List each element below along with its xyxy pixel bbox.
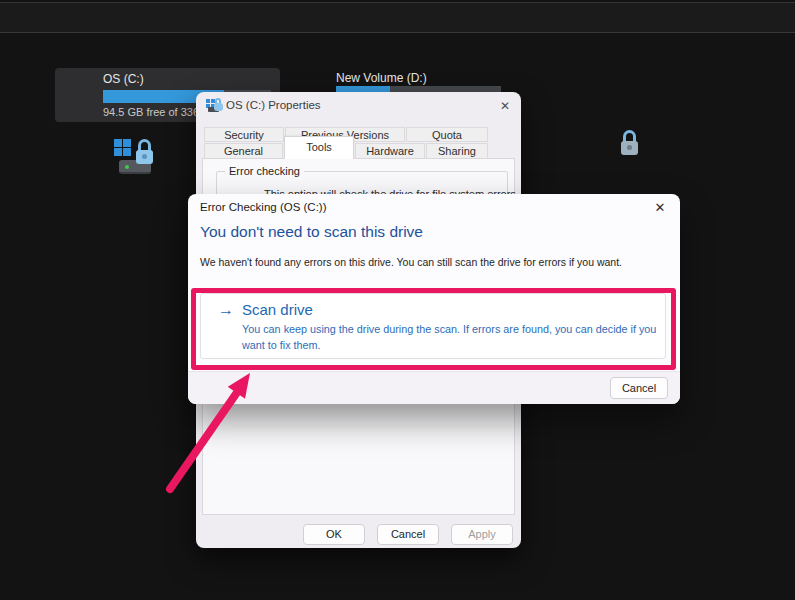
ok-button[interactable]: OK: [303, 524, 365, 545]
tab-tools[interactable]: Tools: [284, 136, 354, 159]
drive-d-label: New Volume (D:): [336, 71, 427, 85]
window-title-bar: [0, 2, 795, 33]
cancel-button[interactable]: Cancel: [377, 524, 439, 545]
error-dialog-cancel-button[interactable]: Cancel: [610, 377, 668, 399]
tab-general[interactable]: General: [204, 143, 283, 159]
command-link-arrow-icon: →: [218, 301, 234, 319]
bitlocker-drive-icon: [114, 139, 160, 183]
error-dialog-heading: You don't need to scan this drive: [200, 223, 423, 241]
drive-properties-icon: [206, 98, 223, 113]
scan-drive-label: Scan drive: [242, 301, 313, 318]
properties-close-icon[interactable]: ✕: [497, 98, 513, 114]
padlock-icon: [619, 130, 643, 160]
tab-security[interactable]: Security: [204, 127, 284, 142]
error-checking-group-label: Error checking: [225, 165, 304, 177]
tab-quota[interactable]: Quota: [406, 127, 488, 142]
error-dialog-footer: Cancel: [188, 371, 680, 404]
tab-hardware[interactable]: Hardware: [355, 143, 425, 159]
error-checking-dialog: Error Checking (OS (C:)) ✕ You don't nee…: [188, 194, 680, 404]
error-dialog-title: Error Checking (OS (C:)): [200, 201, 327, 213]
apply-button[interactable]: Apply: [451, 524, 513, 545]
properties-dialog-title: OS (C:) Properties: [226, 99, 321, 111]
error-dialog-body-text: We haven't found any errors on this driv…: [200, 256, 622, 268]
error-dialog-close-icon[interactable]: ✕: [652, 200, 668, 216]
scan-drive-description: You can keep using the drive during the …: [242, 322, 674, 353]
tab-sharing[interactable]: Sharing: [426, 143, 488, 159]
scan-drive-command-link[interactable]: → Scan drive You can keep using the driv…: [200, 293, 666, 359]
drive-c-label: OS (C:): [103, 72, 144, 86]
